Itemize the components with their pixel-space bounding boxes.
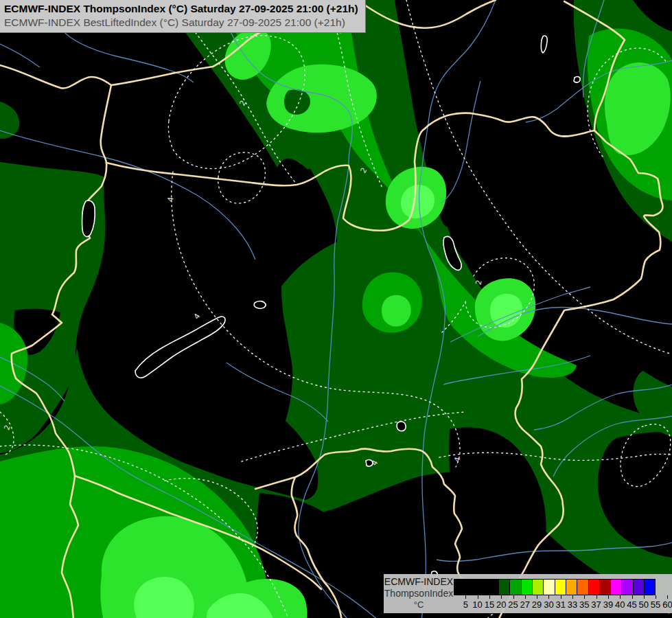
legend-tick-mark — [501, 595, 502, 599]
legend-tick-mark — [548, 595, 549, 599]
legend-tick-label: 30 — [544, 599, 553, 610]
legend-tick-label: 50 — [639, 599, 649, 610]
lake-velence — [254, 301, 266, 309]
legend-tick-mark — [632, 595, 633, 599]
lake-small — [574, 77, 580, 83]
legend-cell — [487, 579, 499, 595]
legend-tick-mark — [644, 595, 645, 599]
legend-tick-label: 39 — [603, 599, 613, 610]
legend-cell — [465, 579, 476, 595]
legend-cell — [588, 579, 600, 595]
legend-tick-mark — [465, 595, 466, 599]
legend-model-label: ECMWF-INDEX — [384, 576, 454, 588]
legend-tick-label: 60 — [662, 599, 672, 610]
legend-tick-mark — [572, 595, 573, 599]
legend-cell — [498, 579, 510, 595]
legend-tick-label: 29 — [532, 599, 542, 610]
legend-cell — [521, 579, 533, 595]
lake-small — [397, 422, 406, 431]
legend-cell — [599, 579, 611, 595]
legend-color-bar: 51015202527293031333537394045505560 — [454, 574, 672, 613]
legend-unit-label: °C — [384, 599, 454, 610]
legend-tick-label: 27 — [520, 599, 530, 610]
legend-cell — [633, 579, 645, 595]
weather-map-screenshot: 222224444 ECMWF-INDEX ThompsonIndex (°C)… — [0, 0, 672, 618]
title-line-secondary: ECMWF-INDEX BestLiftedIndex (°C) Saturda… — [4, 16, 358, 30]
map-canvas: 222224444 — [0, 0, 672, 618]
legend-cell — [454, 579, 465, 595]
legend-cell — [509, 579, 521, 595]
legend-tick-label: 20 — [496, 599, 506, 610]
legend-index-label: ThompsonIndex — [384, 588, 454, 599]
legend-cell — [644, 579, 656, 595]
legend-cell — [555, 579, 566, 595]
legend-cell — [532, 579, 544, 595]
legend-tick-label: 25 — [508, 599, 518, 610]
legend-tick-label: 55 — [651, 599, 660, 610]
legend-tick-label: 45 — [627, 599, 636, 610]
title-bar: ECMWF-INDEX ThompsonIndex (°C) Saturday … — [0, 0, 366, 33]
legend-labels: ECMWF-INDEX ThompsonIndex °C — [384, 574, 454, 610]
legend-tick-label: 40 — [615, 599, 625, 610]
legend-tick-label: 15 — [485, 599, 494, 610]
legend-tick-mark — [525, 595, 526, 599]
legend-tick-mark — [596, 595, 597, 599]
legend-tick-label: 10 — [472, 599, 482, 610]
legend-tick-mark — [537, 595, 537, 599]
legend-tick-mark — [620, 595, 621, 599]
legend-tick-mark — [489, 595, 490, 599]
legend-tick-label: 37 — [591, 599, 601, 610]
legend-cell — [621, 579, 633, 595]
legend: ECMWF-INDEX ThompsonIndex °C 51015202527… — [384, 574, 672, 613]
legend-tick-mark — [608, 595, 609, 599]
legend-cell — [610, 579, 622, 595]
legend-cell — [566, 579, 577, 595]
legend-tick-label: 31 — [555, 599, 565, 610]
title-line-primary: ECMWF-INDEX ThompsonIndex (°C) Saturday … — [4, 2, 358, 16]
legend-tick-mark — [584, 595, 585, 599]
legend-cells — [454, 579, 656, 595]
legend-tick-label: 35 — [579, 599, 589, 610]
legend-cell — [543, 579, 555, 595]
legend-tick-mark — [478, 595, 478, 599]
legend-tick-mark — [561, 595, 561, 599]
legend-cell — [476, 579, 488, 595]
legend-tick-mark — [667, 595, 668, 599]
legend-tick-label: 33 — [568, 599, 577, 610]
legend-tick-mark — [513, 595, 514, 599]
legend-tick-mark — [656, 595, 656, 599]
legend-cell — [577, 579, 588, 595]
legend-tick-label: 5 — [463, 599, 468, 610]
